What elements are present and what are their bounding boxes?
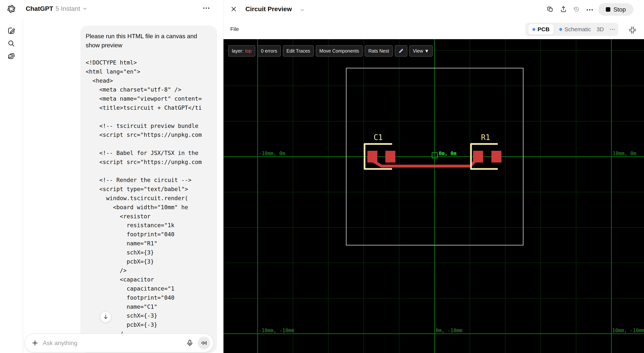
pencil-tool-button[interactable] — [395, 45, 407, 57]
canvas-options-icon[interactable] — [586, 8, 593, 12]
pcb-canvas[interactable]: layer: top 0 errors Edit Traces Move Com… — [224, 39, 644, 353]
tab-pcb[interactable]: PCB — [528, 24, 554, 35]
app-root: ChatGPT 5 Instant Please run this HTML f… — [0, 0, 644, 353]
model-switcher[interactable]: ChatGPT 5 Instant — [26, 5, 87, 12]
grid-label-left-bottom: -10mm, -10mm — [259, 328, 294, 333]
layer-value: top — [245, 48, 252, 54]
pencil-icon — [398, 48, 404, 54]
pcb-status-dot — [532, 28, 535, 31]
pcb-toolbar: layer: top 0 errors Edit Traces Move Com… — [228, 45, 432, 57]
new-chat-icon[interactable] — [7, 27, 16, 36]
r1-pad1[interactable] — [473, 151, 483, 163]
chevron-down-icon — [82, 6, 87, 11]
edit-traces-button[interactable]: Edit Traces — [283, 45, 314, 57]
user-message-bubble: Please run this HTML file in a canvas an… — [80, 26, 217, 353]
voice-mode-button[interactable] — [198, 337, 210, 349]
attach-plus-icon[interactable] — [32, 340, 38, 346]
canvas-header: Circuit Preview — [224, 0, 644, 19]
voice-waveform-icon — [200, 339, 208, 346]
chat-options-icon[interactable] — [203, 7, 210, 10]
pcb-grid — [224, 39, 644, 353]
message-input[interactable] — [42, 339, 182, 347]
stop-button[interactable]: Stop — [598, 3, 634, 16]
close-canvas-icon[interactable] — [230, 6, 237, 13]
copy-icon[interactable] — [547, 6, 554, 14]
canvas-panel: Circuit Preview — [223, 0, 644, 353]
sidebar-rail — [0, 0, 23, 353]
scroll-to-bottom-button[interactable] — [100, 311, 111, 322]
c1-pad1[interactable] — [368, 151, 378, 163]
origin-label: 0m, 0m — [439, 151, 456, 156]
grid-label-right-mid: 10mm, 0m — [612, 151, 636, 156]
grid-label-right-bottom: 10mm, -10mm — [612, 328, 644, 333]
stop-square-icon — [606, 7, 610, 12]
arrow-down-icon — [103, 314, 108, 319]
tab-more-icon[interactable] — [610, 28, 615, 30]
user-message-code: <!DOCTYPE html> <html lang="en"> <head> … — [86, 58, 217, 338]
schematic-status-dot — [559, 28, 562, 31]
tab-schematic[interactable]: Schematic — [559, 26, 591, 33]
library-icon[interactable] — [7, 52, 16, 61]
component-r1[interactable]: R1 — [471, 133, 502, 169]
app-title: ChatGPT — [26, 5, 53, 12]
history-icon[interactable] — [573, 6, 580, 14]
chat-header: ChatGPT 5 Instant — [23, 0, 223, 18]
c1-pad2[interactable] — [385, 151, 395, 163]
file-menu[interactable]: File — [230, 26, 239, 32]
canvas-title-chevron-icon[interactable] — [300, 8, 305, 13]
c1-refdes: C1 — [374, 133, 383, 142]
grid-label-center-bottom: 0m, -10mm — [436, 328, 462, 333]
tab-3d[interactable]: 3D — [596, 26, 604, 33]
errors-button[interactable]: 0 errors — [257, 45, 281, 57]
dictate-mic-icon[interactable] — [186, 339, 194, 347]
openai-logo-icon[interactable] — [6, 4, 16, 14]
share-icon[interactable] — [560, 6, 567, 14]
move-components-button[interactable]: Move Components — [316, 45, 363, 57]
r1-pad2[interactable] — [492, 151, 502, 163]
grid-label-left-mid: -10mm, 0m — [259, 151, 285, 156]
view-dropdown-button[interactable]: View ▼ — [409, 45, 432, 57]
collapse-canvas-icon[interactable] — [628, 26, 636, 35]
composer — [24, 333, 214, 352]
rats-nest-button[interactable]: Rats Nest — [365, 45, 393, 57]
layer-button[interactable]: layer: top — [228, 45, 255, 57]
canvas-title[interactable]: Circuit Preview — [246, 5, 292, 13]
view-tabs: PCB Schematic 3D — [525, 23, 618, 36]
user-message-text: Please run this HTML file in a canvas an… — [86, 32, 210, 50]
r1-refdes: R1 — [481, 133, 490, 142]
pcb-drawing[interactable]: C1 R1 0m, 0m -10mm, 0m 10mm, 0m -10mm, -… — [224, 39, 644, 353]
canvas-menubar: File PCB Schematic 3D — [224, 19, 644, 39]
search-icon[interactable] — [7, 39, 16, 49]
model-name: 5 Instant — [56, 5, 80, 12]
